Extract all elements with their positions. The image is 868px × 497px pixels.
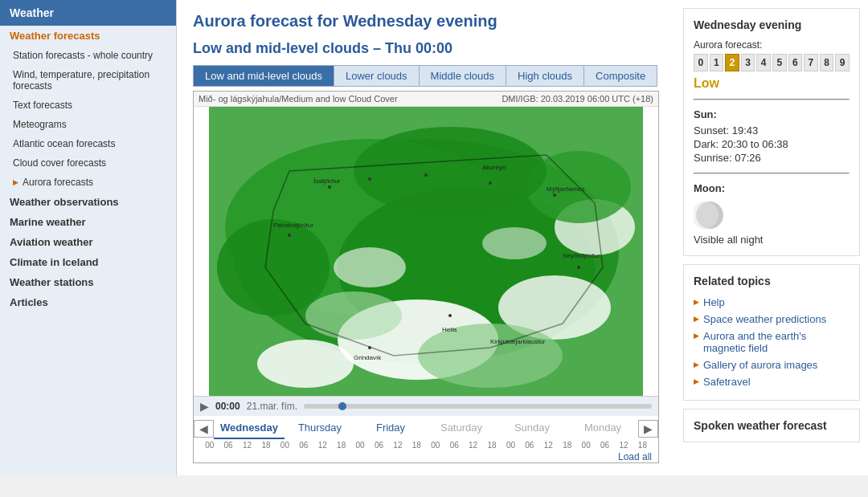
aurora-scale-1: 1 <box>710 54 724 71</box>
sidebar-item-cloud-cover[interactable]: Cloud cover forecasts <box>0 153 176 173</box>
map-container: Mið- og lágskýjahula/Medium and low Clou… <box>193 91 659 463</box>
svg-point-13 <box>334 247 406 287</box>
date-display: 21.mar. fím. <box>247 401 297 412</box>
hour-tick-18: 12 <box>539 441 558 450</box>
related-link-help[interactable]: Help <box>694 294 850 311</box>
aurora-scale-2: 2 <box>725 54 739 71</box>
hour-tick-7: 18 <box>332 441 350 450</box>
svg-point-23 <box>368 346 371 349</box>
aurora-scale-0: 0 <box>694 54 708 71</box>
hour-tick-17: 06 <box>520 441 538 450</box>
dark-info: Dark: 20:30 to 06:38 <box>694 137 850 151</box>
related-link-safetravel[interactable]: Safetravel <box>694 373 850 390</box>
page-title: Aurora forecast for Wednesday evening <box>193 12 659 31</box>
tab-lower-clouds[interactable]: Lower clouds <box>334 65 419 87</box>
map-svg: Ísafjörður Akureyri Mýfljarðames Seyðisf… <box>194 107 658 396</box>
sidebar-item-wind-temp[interactable]: Wind, temperature, precipitation forecas… <box>0 65 176 96</box>
svg-text:Seyðisfjörður: Seyðisfjörður <box>563 252 600 259</box>
next-day-button[interactable]: ▶ <box>638 420 658 438</box>
spoken-card: Spoken weather forecast <box>683 409 860 442</box>
sidebar-item-aurora[interactable]: Aurora forecasts <box>0 173 176 192</box>
sidebar-item-station-forecasts[interactable]: Station forecasts - whole country <box>0 46 176 65</box>
svg-point-9 <box>305 291 402 340</box>
timeline-bar: ▶ 00:00 21.mar. fím. <box>194 396 658 416</box>
day-tab-friday[interactable]: Friday <box>355 418 426 439</box>
section-title: Low and mid-level clouds – Thu 00:00 <box>193 40 659 57</box>
sun-info: Sun: Sunset: 19:43 Dark: 20:30 to 06:38 … <box>694 108 850 165</box>
hour-tick-10: 12 <box>388 441 407 450</box>
hour-tick-19: 18 <box>558 441 576 450</box>
sidebar-item-weather-obs[interactable]: Weather observations <box>0 192 176 212</box>
cloud-tabs: Low and mid-level clouds Lower clouds Mi… <box>193 65 659 87</box>
sidebar-item-weather-forecasts[interactable]: Weather forecasts <box>0 26 176 46</box>
day-tab-wednesday[interactable]: Wednesday <box>214 418 285 439</box>
hour-tick-14: 12 <box>464 441 482 450</box>
hour-tick-1: 06 <box>219 441 237 450</box>
aurora-scale-7: 7 <box>804 54 818 71</box>
day-tab-thursday[interactable]: Thursday <box>285 418 355 439</box>
moon-description: Visible all night <box>694 234 850 246</box>
related-link-gallery[interactable]: Gallery of aurora images <box>694 356 850 373</box>
sidebar-item-text-forecasts[interactable]: Text forecasts <box>0 96 176 115</box>
hour-tick-3: 18 <box>256 441 275 450</box>
sidebar-item-meteograms[interactable]: Meteograms <box>0 115 176 134</box>
hour-tick-21: 06 <box>596 441 614 450</box>
svg-point-15 <box>328 185 331 189</box>
related-link-space-weather[interactable]: Space weather predictions <box>694 311 850 328</box>
related-link-magnetic[interactable]: Aurora and the earth's magnetic field <box>694 328 850 356</box>
hour-tick-23: 18 <box>633 441 652 450</box>
sidebar-item-articles[interactable]: Articles <box>0 292 176 312</box>
tab-low-mid-clouds[interactable]: Low and mid-level clouds <box>193 65 334 87</box>
hour-ticks: 0006121800061218000612180006121800061218… <box>194 439 658 451</box>
aurora-scale: 0123456789 <box>694 54 850 71</box>
sunset-info: Sunset: 19:43 <box>694 124 850 137</box>
svg-text:Akureyri: Akureyri <box>482 164 506 171</box>
sidebar-header: Weather <box>0 0 176 26</box>
svg-text:Hella: Hella <box>442 326 457 333</box>
timeline-slider[interactable] <box>304 404 652 409</box>
related-title: Related topics <box>694 275 850 287</box>
hour-tick-4: 00 <box>276 441 294 450</box>
page-wrapper: Weather Weather forecasts Station foreca… <box>0 0 868 475</box>
moon-label: Moon: <box>694 182 850 194</box>
aurora-card: Wednesday evening Aurora forecast: 01234… <box>683 8 860 256</box>
map-header: Mið- og lágskýjahula/Medium and low Clou… <box>194 92 658 107</box>
timeline-thumb[interactable] <box>338 402 346 410</box>
svg-point-12 <box>354 127 547 215</box>
svg-point-18 <box>489 181 492 185</box>
aurora-scale-4: 4 <box>756 54 771 71</box>
sidebar-item-weather-stations[interactable]: Weather stations <box>0 272 176 292</box>
aurora-level: Low <box>694 76 850 91</box>
sunrise-info: Sunrise: 07:26 <box>694 151 850 165</box>
aurora-scale-9: 9 <box>835 54 850 71</box>
aurora-card-title: Wednesday evening <box>694 18 850 31</box>
sidebar-item-marine[interactable]: Marine weather <box>0 212 176 232</box>
aurora-forecast-label: Aurora forecast: <box>694 39 850 51</box>
sidebar-item-atlantic[interactable]: Atlantic ocean forecasts <box>0 134 176 153</box>
svg-point-21 <box>577 266 580 269</box>
hour-tick-20: 00 <box>576 441 595 450</box>
tab-middle-clouds[interactable]: Middle clouds <box>419 65 506 87</box>
svg-point-17 <box>424 173 428 177</box>
hour-tick-13: 06 <box>444 441 463 450</box>
main-area: Aurora forecast for Wednesday evening Lo… <box>177 0 675 475</box>
day-tab-saturday: Saturday <box>426 418 497 439</box>
sidebar-item-aviation[interactable]: Aviation weather <box>0 232 176 252</box>
svg-point-8 <box>418 324 563 388</box>
right-panel: Wednesday evening Aurora forecast: 01234… <box>675 0 868 475</box>
svg-text:Mýfljarðames: Mýfljarðames <box>547 185 585 193</box>
aurora-scale-8: 8 <box>820 54 834 71</box>
hour-tick-6: 12 <box>313 441 332 450</box>
svg-text:Grindavík: Grindavík <box>354 354 382 361</box>
moon-info: Moon: Visible all night <box>694 182 850 246</box>
play-icon[interactable]: ▶ <box>200 400 209 413</box>
moon-icon <box>694 199 726 231</box>
prev-day-button[interactable]: ◀ <box>194 420 214 438</box>
svg-point-19 <box>553 194 556 197</box>
sidebar: Weather Weather forecasts Station foreca… <box>0 0 177 475</box>
tab-high-clouds[interactable]: High clouds <box>506 65 583 87</box>
load-all-link[interactable]: Load all <box>194 451 658 462</box>
sidebar-item-climate[interactable]: Climate in Iceland <box>0 252 176 272</box>
spoken-title: Spoken weather forecast <box>694 419 850 432</box>
tab-composite[interactable]: Composite <box>583 65 657 87</box>
